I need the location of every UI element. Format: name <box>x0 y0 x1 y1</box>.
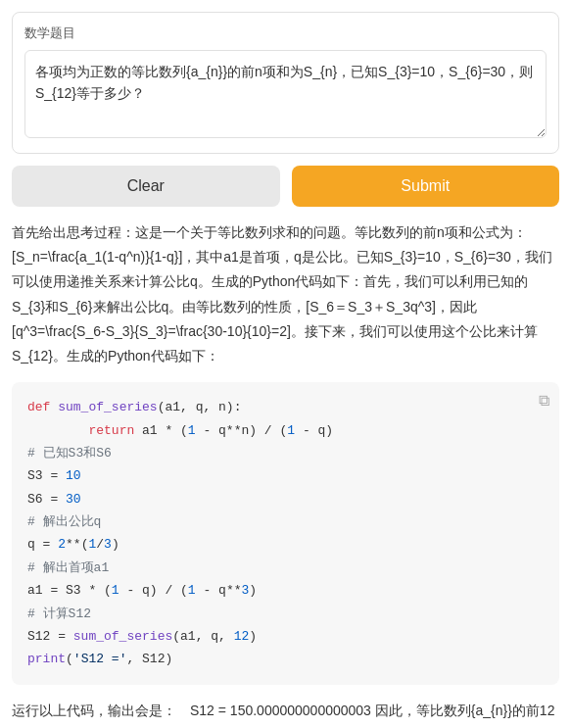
clear-button[interactable]: Clear <box>12 166 280 207</box>
problem-label: 数学题目 <box>24 24 547 42</box>
code-block: ⧉ def sum_of_series(a1, q, n): return a1… <box>12 382 559 685</box>
problem-section: 数学题目 <box>12 12 559 154</box>
result-text: 运行以上代码，输出会是： S12 = 150.000000000000003 因… <box>12 699 559 728</box>
submit-button[interactable]: Submit <box>292 166 560 207</box>
analysis-text: 首先给出思考过程：这是一个关于等比数列求和的问题。等比数列的前n项和公式为：[S… <box>12 220 559 368</box>
copy-button[interactable]: ⧉ <box>539 392 549 410</box>
problem-input[interactable] <box>24 50 547 138</box>
button-row: Clear Submit <box>12 166 559 207</box>
